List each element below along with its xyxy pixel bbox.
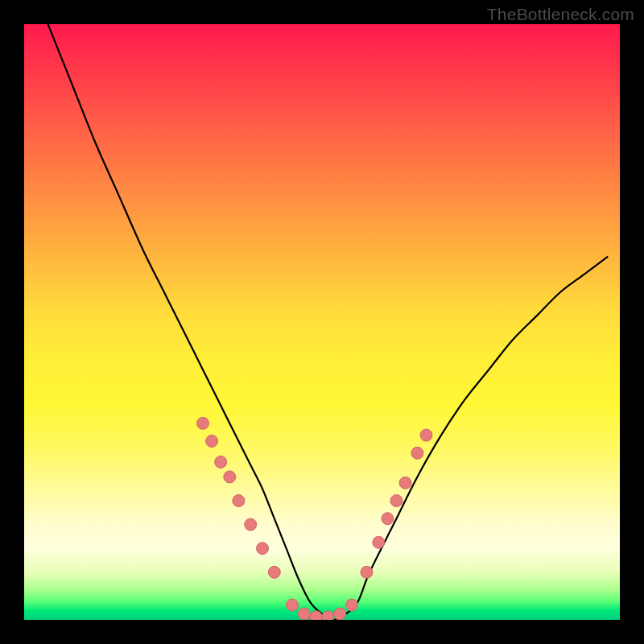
watermark-text: TheBottleneck.com — [487, 5, 634, 24]
chart-gradient-background — [24, 24, 620, 620]
